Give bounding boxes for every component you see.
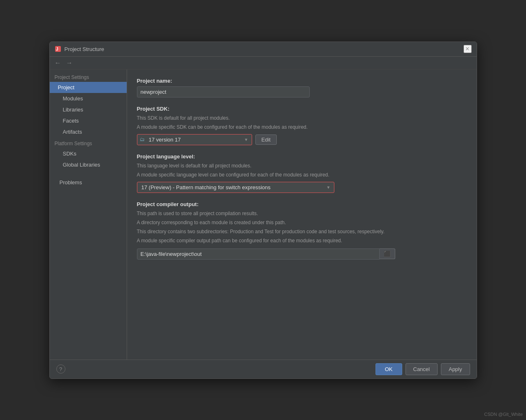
- sidebar-item-artifacts[interactable]: Artifacts: [50, 126, 127, 137]
- project-structure-dialog: J Project Structure × ← → Project Settin…: [49, 42, 477, 379]
- body: Project Settings Project Modules Librari…: [50, 70, 477, 360]
- back-button[interactable]: ←: [53, 58, 63, 67]
- language-level-select[interactable]: 17 (Preview) - Pattern matching for swit…: [137, 182, 334, 193]
- compiler-output-folder-button[interactable]: ⬛: [380, 248, 395, 259]
- svg-text:J: J: [56, 47, 58, 51]
- compiler-output-row: ⬛: [137, 248, 467, 260]
- sdk-select-wrap: 🗂 17 version 17 ▼: [137, 134, 252, 145]
- dialog-title: Project Structure: [65, 46, 104, 52]
- project-compiler-output-label: Project compiler output:: [137, 201, 467, 207]
- edit-sdk-button[interactable]: Edit: [255, 135, 277, 145]
- project-sdk-section: Project SDK: This SDK is default for all…: [137, 106, 467, 145]
- close-button[interactable]: ×: [463, 45, 472, 53]
- sidebar-item-sdks[interactable]: SDKs: [50, 148, 127, 159]
- sidebar-item-facets[interactable]: Facets: [50, 115, 127, 126]
- language-level-desc1: This language level is default for all p…: [137, 162, 467, 169]
- folder-icon: ⬛: [384, 251, 391, 257]
- footer-buttons: OK Cancel Apply: [375, 363, 470, 375]
- project-name-label: Project name:: [137, 78, 467, 84]
- problems-section: Problems: [50, 170, 127, 188]
- compiler-output-input[interactable]: [137, 248, 380, 260]
- ok-button[interactable]: OK: [375, 363, 402, 375]
- sdk-select[interactable]: 17 version 17: [137, 135, 252, 145]
- platform-settings-label: Platform Settings: [50, 137, 127, 148]
- app-icon: J: [55, 46, 61, 52]
- main-content: Project name: Project SDK: This SDK is d…: [127, 70, 477, 360]
- project-name-input[interactable]: [137, 86, 310, 97]
- project-language-level-label: Project language level:: [137, 153, 467, 160]
- sidebar-item-libraries[interactable]: Libraries: [50, 104, 127, 115]
- language-level-select-wrap: 17 (Preview) - Pattern matching for swit…: [137, 182, 334, 193]
- nav-row: ← →: [50, 57, 477, 70]
- compiler-output-desc3: This directory contains two subdirectori…: [137, 228, 467, 235]
- project-compiler-output-section: Project compiler output: This path is us…: [137, 201, 467, 260]
- sidebar-item-problems[interactable]: Problems: [55, 177, 122, 188]
- footer: ? OK Cancel Apply: [50, 360, 477, 378]
- cancel-button[interactable]: Cancel: [406, 363, 438, 375]
- title-bar: J Project Structure ×: [50, 42, 477, 57]
- watermark: CSDN @Glt_White: [484, 412, 523, 417]
- project-settings-label: Project Settings: [50, 71, 127, 82]
- project-name-section: Project name:: [137, 78, 467, 97]
- sidebar-item-project[interactable]: Project: [50, 82, 127, 93]
- sidebar: Project Settings Project Modules Librari…: [50, 70, 127, 360]
- sidebar-item-modules[interactable]: Modules: [50, 93, 127, 104]
- forward-button[interactable]: →: [65, 58, 74, 67]
- language-level-desc2: A module specific language level can be …: [137, 171, 467, 179]
- project-sdk-label: Project SDK:: [137, 106, 467, 112]
- sidebar-item-global-libraries[interactable]: Global Libraries: [50, 159, 127, 170]
- project-sdk-desc1: This SDK is default for all project modu…: [137, 114, 467, 122]
- project-sdk-desc2: A module specific SDK can be configured …: [137, 123, 467, 131]
- project-language-level-section: Project language level: This language le…: [137, 153, 467, 193]
- sdk-row: 🗂 17 version 17 ▼ Edit: [137, 134, 467, 145]
- title-bar-left: J Project Structure: [55, 46, 104, 52]
- compiler-output-desc4: A module specific compiler output path c…: [137, 237, 467, 244]
- help-button[interactable]: ?: [56, 364, 65, 374]
- apply-button[interactable]: Apply: [441, 363, 470, 375]
- compiler-output-desc1: This path is used to store all project c…: [137, 210, 467, 217]
- compiler-output-desc2: A directory corresponding to each module…: [137, 219, 467, 226]
